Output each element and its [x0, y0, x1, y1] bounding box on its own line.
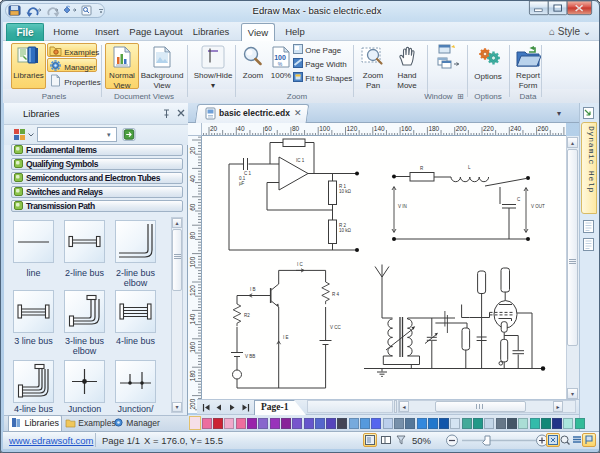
- svg-text:160: 160: [189, 342, 196, 353]
- svg-text:100: 100: [319, 125, 330, 132]
- svg-text:R2: R2: [244, 313, 250, 318]
- svg-text:V CC: V CC: [330, 325, 342, 330]
- svg-text:220: 220: [483, 125, 494, 132]
- svg-text:V BB: V BB: [245, 354, 255, 359]
- svg-text:160: 160: [401, 125, 412, 132]
- svg-text:40: 40: [237, 125, 245, 132]
- svg-text:60: 60: [189, 203, 196, 211]
- svg-text:IC 1: IC 1: [296, 158, 305, 163]
- svg-text:20: 20: [210, 125, 218, 132]
- svg-text:80: 80: [292, 125, 300, 132]
- svg-text:R: R: [420, 166, 424, 171]
- svg-text:120: 120: [347, 125, 358, 132]
- svg-text:60: 60: [265, 125, 273, 132]
- svg-text:10 kΩ: 10 kΩ: [339, 189, 352, 194]
- svg-text:100: 100: [189, 256, 196, 267]
- svg-text:I B: I B: [250, 287, 256, 292]
- svg-text:R 4: R 4: [332, 292, 340, 297]
- svg-text:100: 100: [274, 54, 286, 61]
- svg-text:µF: µF: [239, 181, 245, 186]
- svg-text:%: %: [278, 61, 283, 67]
- svg-text:180: 180: [189, 370, 196, 381]
- svg-text:I C: I C: [297, 262, 304, 267]
- svg-text:10 kΩ: 10 kΩ: [339, 228, 352, 233]
- svg-text:V OUT: V OUT: [531, 204, 545, 209]
- svg-text:180: 180: [428, 125, 439, 132]
- svg-text:140: 140: [189, 313, 196, 324]
- svg-text:200: 200: [456, 125, 467, 132]
- svg-text:200: 200: [189, 398, 196, 409]
- svg-text:I E: I E: [283, 335, 289, 340]
- svg-text:40: 40: [189, 175, 196, 183]
- svg-text:120: 120: [189, 285, 196, 296]
- svg-text:20: 20: [189, 146, 196, 154]
- svg-text:L: L: [468, 165, 471, 170]
- svg-text:260: 260: [538, 125, 549, 132]
- svg-text:240: 240: [510, 125, 521, 132]
- svg-text:80: 80: [189, 232, 196, 240]
- svg-text:140: 140: [374, 125, 385, 132]
- svg-text:C: C: [517, 197, 521, 202]
- svg-text:V IN: V IN: [398, 204, 407, 209]
